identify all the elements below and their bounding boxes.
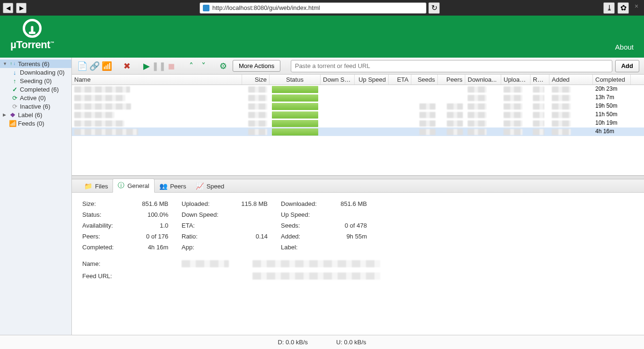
sidebar-label: Inactive (6) bbox=[20, 103, 50, 110]
reload-button[interactable]: ↻ bbox=[428, 2, 440, 14]
upload-icon: ↑ bbox=[11, 77, 18, 84]
sidebar-item-torrents[interactable]: ▼ Torrents (6) bbox=[0, 60, 71, 68]
col-ratio[interactable]: Ratio bbox=[531, 75, 549, 85]
status-upload-speed: U: 0.0 kB/s bbox=[336, 339, 366, 346]
torrent-url-input[interactable] bbox=[291, 60, 612, 72]
col-downloaded[interactable]: Downloa... bbox=[465, 75, 501, 85]
label-label: Label: bbox=[281, 244, 333, 251]
value-added: 9h 55m bbox=[333, 233, 380, 240]
col-uploaded[interactable]: Uploaded bbox=[501, 75, 531, 85]
label-name: Name: bbox=[82, 260, 134, 269]
pause-button[interactable]: ❚❚ bbox=[153, 60, 165, 72]
table-row[interactable]: 20h 23m bbox=[72, 85, 644, 94]
active-icon: ⟳ bbox=[11, 94, 18, 101]
sidebar: ▼ Torrents (6) ↓ Downloading (0) ↑ Seedi… bbox=[0, 58, 72, 335]
label-eta: ETA: bbox=[182, 222, 234, 229]
sidebar-label: Active (0) bbox=[20, 94, 46, 102]
globe-icon bbox=[203, 5, 209, 11]
value-eta bbox=[234, 222, 281, 229]
general-panel: Size: 851.6 MB Uploaded: 115.8 MB Downlo… bbox=[72, 193, 644, 335]
sidebar-label: Torrents (6) bbox=[18, 60, 49, 68]
peers-icon: 👥 bbox=[159, 182, 167, 190]
col-up-speed[interactable]: Up Speed bbox=[355, 75, 389, 85]
label-feed-url: Feed URL: bbox=[82, 272, 134, 281]
add-torrent-button[interactable]: 📄 bbox=[77, 60, 88, 72]
value-size: 851.6 MB bbox=[134, 200, 182, 207]
tab-peers[interactable]: 👥Peers bbox=[155, 180, 191, 192]
splitter[interactable] bbox=[72, 176, 644, 179]
sidebar-item-inactive[interactable]: ⟳ Inactive (6) bbox=[0, 102, 71, 111]
table-row[interactable]: 13h 7m bbox=[72, 94, 644, 102]
table-row[interactable]: 11h 50m bbox=[72, 111, 644, 119]
value-label bbox=[333, 244, 380, 251]
table-row[interactable]: 4h 16m bbox=[72, 128, 644, 136]
col-peers[interactable]: Peers bbox=[438, 75, 465, 85]
move-down-button[interactable]: ˅ bbox=[198, 60, 209, 72]
toolbar: 📄 🔗 📶 ✖ ▶ ❚❚ ◼ ˄ ˅ ⚙ More Actions Add bbox=[72, 58, 644, 75]
add-url-button[interactable]: 🔗 bbox=[89, 60, 100, 72]
value-app bbox=[234, 244, 281, 251]
url-bar[interactable]: http://localhost:8080/gui/web/index.html bbox=[200, 2, 426, 14]
nav-back-button[interactable]: ◀ bbox=[3, 3, 13, 13]
sidebar-label: Completed (6) bbox=[20, 86, 59, 93]
tab-speed[interactable]: 📈Speed bbox=[191, 180, 229, 192]
col-down-speed[interactable]: Down Sp... bbox=[321, 75, 355, 85]
torrent-table: Name Size Status Down Sp... Up Speed ETA… bbox=[72, 75, 644, 176]
value-up-speed bbox=[333, 211, 380, 218]
add-feed-button[interactable]: 📶 bbox=[101, 60, 113, 72]
app-header: µTorrent™ About bbox=[0, 16, 644, 58]
sidebar-item-downloading[interactable]: ↓ Downloading (0) bbox=[0, 68, 71, 77]
col-name[interactable]: Name bbox=[72, 75, 242, 85]
move-up-button[interactable]: ˄ bbox=[185, 60, 197, 72]
cell-completed: 10h 19m bbox=[593, 119, 631, 128]
label-downloaded: Downloaded: bbox=[281, 200, 333, 207]
sidebar-item-completed[interactable]: ✓ Completed (6) bbox=[0, 85, 71, 94]
table-header: Name Size Status Down Sp... Up Speed ETA… bbox=[72, 75, 644, 85]
value-availability: 1.0 bbox=[134, 222, 182, 229]
label-added: Added: bbox=[281, 233, 333, 240]
table-row[interactable]: 10h 19m bbox=[72, 119, 644, 128]
status-bar: D: 0.0 kB/s U: 0.0 kB/s bbox=[0, 335, 644, 349]
col-status[interactable]: Status bbox=[270, 75, 321, 85]
label-availability: Availability: bbox=[82, 222, 134, 229]
label-uploaded: Uploaded: bbox=[182, 200, 234, 207]
sidebar-item-active[interactable]: ⟳ Active (0) bbox=[0, 94, 71, 102]
table-row[interactable]: 19h 50m bbox=[72, 102, 644, 111]
about-link[interactable]: About bbox=[615, 43, 634, 51]
label-down-speed: Down Speed: bbox=[182, 211, 234, 218]
stop-button[interactable]: ◼ bbox=[165, 60, 177, 72]
remove-button[interactable]: ✖ bbox=[121, 60, 132, 72]
label-completed: Completed: bbox=[82, 244, 134, 251]
col-added[interactable]: Added bbox=[549, 75, 593, 85]
col-completed[interactable]: Completed bbox=[593, 75, 631, 85]
more-actions-button[interactable]: More Actions bbox=[233, 60, 280, 72]
status-download-speed: D: 0.0 kB/s bbox=[278, 339, 308, 346]
window-close-button[interactable]: × bbox=[632, 2, 641, 14]
value-uploaded: 115.8 MB bbox=[234, 200, 281, 207]
chart-icon: 📈 bbox=[196, 182, 204, 190]
cell-completed: 4h 16m bbox=[593, 128, 631, 136]
start-button[interactable]: ▶ bbox=[141, 60, 152, 72]
sidebar-item-label[interactable]: ▶ ❖ Label (6) bbox=[0, 111, 71, 119]
add-button[interactable]: Add bbox=[615, 60, 639, 72]
logo-icon bbox=[23, 19, 42, 38]
cell-completed: 13h 7m bbox=[593, 94, 631, 102]
pocket-button[interactable]: ⤓ bbox=[603, 2, 615, 14]
value-completed: 4h 16m bbox=[134, 244, 182, 251]
nav-forward-button[interactable]: ▶ bbox=[16, 3, 26, 13]
col-size[interactable]: Size bbox=[242, 75, 270, 85]
sidebar-label: Feeds (0) bbox=[18, 120, 44, 127]
label-seeds: Seeds: bbox=[281, 222, 333, 229]
settings-button[interactable]: ✿ bbox=[618, 2, 629, 14]
preferences-button[interactable]: ⚙ bbox=[218, 60, 229, 72]
sidebar-item-seeding[interactable]: ↑ Seeding (0) bbox=[0, 77, 71, 85]
tab-files[interactable]: 📁Files bbox=[79, 180, 113, 192]
col-eta[interactable]: ETA bbox=[389, 75, 411, 85]
sidebar-label: Seeding (0) bbox=[20, 77, 52, 85]
torrents-icon bbox=[9, 60, 16, 67]
sidebar-item-feeds[interactable]: 📶 Feeds (0) bbox=[0, 119, 71, 128]
tab-general[interactable]: ⓘGeneral bbox=[113, 179, 154, 193]
label-app: App: bbox=[182, 244, 234, 251]
col-seeds[interactable]: Seeds bbox=[411, 75, 438, 85]
value-down-speed bbox=[234, 211, 281, 218]
